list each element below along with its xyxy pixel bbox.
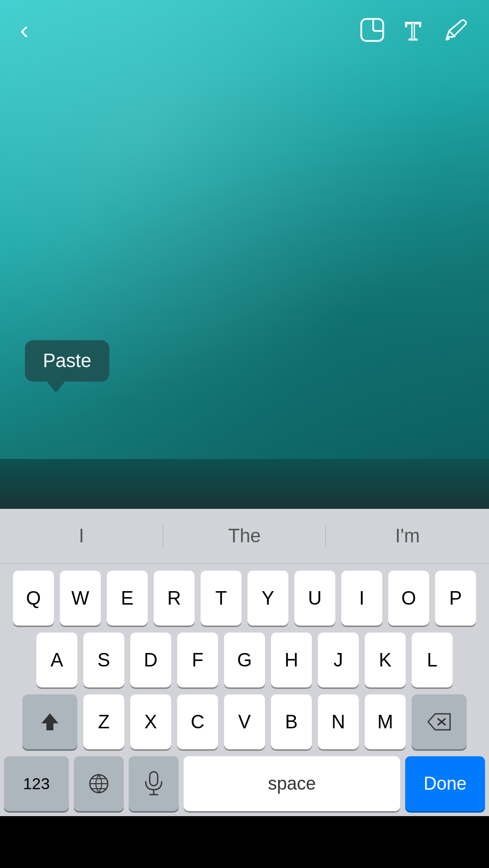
key-y[interactable]: Y [247, 571, 288, 626]
key-z[interactable]: Z [83, 694, 124, 749]
key-u[interactable]: U [294, 571, 335, 626]
key-v[interactable]: V [224, 694, 265, 749]
key-d[interactable]: D [130, 633, 171, 687]
key-q[interactable]: Q [13, 571, 54, 626]
key-i[interactable]: I [341, 571, 382, 626]
key-k[interactable]: K [365, 633, 406, 687]
key-g[interactable]: G [224, 633, 265, 687]
keyboard-row-1: Q W E R T Y U I O P [4, 571, 485, 626]
globe-button[interactable] [74, 756, 124, 811]
mic-button[interactable] [129, 756, 179, 811]
key-m[interactable]: M [365, 694, 406, 749]
done-button[interactable]: Done [405, 756, 485, 811]
keyboard-row-4: 123 space Done [4, 756, 485, 811]
toolbar: ‹ T [0, 0, 489, 60]
dark-strip [0, 459, 489, 509]
svg-rect-0 [361, 19, 383, 41]
key-f[interactable]: F [177, 633, 218, 687]
key-j[interactable]: J [318, 633, 359, 687]
shift-button[interactable] [22, 694, 77, 749]
pen-button[interactable] [443, 17, 469, 43]
autocomplete-item-im[interactable]: I'm [326, 520, 489, 552]
key-o[interactable]: O [388, 571, 429, 626]
key-x[interactable]: X [130, 694, 171, 749]
canvas-area[interactable]: ‹ T [0, 0, 489, 459]
key-a[interactable]: A [36, 633, 77, 687]
key-h[interactable]: H [271, 633, 312, 687]
svg-rect-3 [150, 772, 158, 786]
autocomplete-item-the[interactable]: The [163, 520, 326, 552]
key-b[interactable]: B [271, 694, 312, 749]
backspace-button[interactable] [412, 694, 467, 749]
numbers-button[interactable]: 123 [4, 756, 69, 811]
key-p[interactable]: P [435, 571, 476, 626]
keyboard-row-2: A S D F G H J K L [4, 633, 485, 687]
autocomplete-bar: I The I'm [0, 509, 489, 564]
key-w[interactable]: W [60, 571, 101, 626]
paste-tooltip[interactable]: Paste [25, 340, 109, 382]
space-button[interactable]: space [184, 756, 400, 811]
key-r[interactable]: R [154, 571, 195, 626]
key-c[interactable]: C [177, 694, 218, 749]
svg-text:T: T [405, 17, 421, 43]
keyboard: Q W E R T Y U I O P A S D F G H J K L Z … [0, 564, 489, 816]
sticker-button[interactable] [359, 17, 385, 43]
back-button[interactable]: ‹ [20, 17, 28, 43]
key-n[interactable]: N [318, 694, 359, 749]
toolbar-right-icons: T [359, 17, 469, 43]
text-button[interactable]: T [403, 17, 425, 43]
key-s[interactable]: S [83, 633, 124, 687]
key-l[interactable]: L [412, 633, 453, 687]
keyboard-row-3: Z X C V B N M [4, 694, 485, 749]
key-t[interactable]: T [201, 571, 242, 626]
autocomplete-item-i[interactable]: I [0, 520, 163, 552]
key-e[interactable]: E [107, 571, 148, 626]
